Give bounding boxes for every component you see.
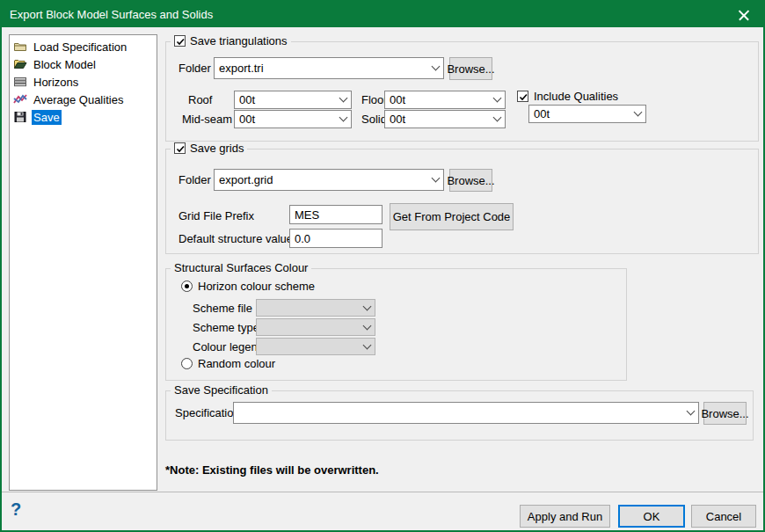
save-triangulations-group: Save triangulations Folder export.tri Br…	[165, 41, 759, 142]
include-qualities-checkbox[interactable]	[517, 91, 528, 102]
triangulation-folder-value: export.tri	[219, 62, 429, 75]
sidebar-item-save[interactable]: Save	[10, 108, 157, 126]
get-from-project-code-label: Get From Project Code	[393, 210, 511, 223]
sidebar-item-load-specification[interactable]: Load Specification	[10, 38, 157, 55]
dialog-body: Load Specification Block Model Horizons	[2, 27, 763, 530]
checkmark-icon	[175, 143, 186, 155]
floppy-disk-icon	[13, 110, 27, 124]
folder-closed-icon	[13, 40, 27, 54]
sidebar-item-block-model[interactable]: Block Model	[10, 55, 157, 73]
save-grids-header: Save grids	[171, 142, 247, 155]
roof-value: 00t	[239, 93, 337, 106]
chevron-down-icon	[634, 108, 643, 117]
footer-separator	[2, 492, 763, 492]
save-triangulations-checkbox[interactable]	[174, 35, 186, 47]
apply-and-run-label: Apply and Run	[528, 510, 602, 523]
cancel-button[interactable]: Cancel	[691, 505, 756, 528]
save-grids-group: Save grids Folder export.grid Browse... …	[165, 149, 759, 254]
cancel-label: Cancel	[706, 510, 741, 523]
save-specification-label: Save Specification	[174, 383, 268, 397]
random-colour-option[interactable]: Random colour	[181, 357, 275, 370]
structural-surfaces-colour-header: Structural Surfaces Colour	[171, 261, 311, 274]
close-button[interactable]	[725, 2, 763, 27]
default-structure-value: 0.0	[295, 232, 310, 245]
default-structure-value-input[interactable]: 0.0	[289, 229, 382, 248]
scheme-file-label: Scheme file	[193, 302, 252, 315]
scheme-type-combobox	[256, 318, 375, 336]
save-specification-group: Save Specification Specification file Br…	[165, 390, 754, 441]
chevron-down-icon	[339, 94, 348, 103]
triangulation-folder-combobox[interactable]: export.tri	[214, 57, 444, 79]
include-qualities-row: Include Qualities	[517, 90, 618, 103]
sidebar-item-horizons[interactable]: Horizons	[10, 73, 157, 91]
grid-folder-combobox[interactable]: export.grid	[214, 169, 444, 191]
structural-surfaces-colour-group: Structural Surfaces Colour Horizon colou…	[165, 268, 627, 381]
export-dialog: Export Block Model Surfaces and Solids L…	[0, 0, 765, 532]
grid-file-prefix-label: Grid File Prefix	[178, 209, 254, 222]
sidebar-item-label: Horizons	[32, 75, 80, 90]
grid-file-prefix-input[interactable]: MES	[289, 205, 382, 224]
browse-button-label: Browse...	[447, 62, 494, 76]
scheme-type-label: Scheme type	[193, 321, 259, 334]
save-grids-label: Save grids	[190, 142, 244, 155]
browse-button-label: Browse...	[447, 174, 494, 187]
solid-combobox[interactable]: 00t	[384, 110, 506, 128]
grid-browse-button[interactable]: Browse...	[449, 169, 492, 192]
solid-label: Solid	[361, 113, 387, 126]
horizon-colour-scheme-label: Horizon colour scheme	[198, 280, 315, 293]
colour-legend-combobox	[256, 338, 375, 355]
get-from-project-code-button[interactable]: Get From Project Code	[390, 203, 514, 230]
chevron-down-icon	[432, 174, 441, 183]
floor-combobox[interactable]: 00t	[384, 91, 506, 109]
folder-open-icon	[13, 57, 27, 71]
chevron-down-icon	[687, 407, 696, 416]
help-button[interactable]: ?	[11, 499, 21, 520]
random-colour-radio[interactable]	[181, 358, 193, 369]
chevron-down-icon	[339, 113, 348, 122]
save-grids-checkbox[interactable]	[174, 142, 186, 154]
overwrite-note: *Note: Existing files will be overwritte…	[165, 463, 379, 477]
specification-browse-button[interactable]: Browse...	[703, 402, 747, 425]
ok-button[interactable]: OK	[618, 505, 685, 528]
graph-icon	[13, 92, 27, 106]
sidebar-item-average-qualities[interactable]: Average Qualities	[10, 91, 157, 108]
step-sidebar: Load Specification Block Model Horizons	[9, 34, 157, 491]
structural-surfaces-colour-label: Structural Surfaces Colour	[174, 261, 308, 274]
folder-label: Folder	[178, 62, 211, 75]
include-qualities-value: 00t	[534, 107, 631, 120]
ok-label: OK	[644, 510, 660, 523]
scheme-file-combobox	[256, 299, 375, 317]
midseam-label: Mid-seam	[182, 113, 232, 126]
save-triangulations-header: Save triangulations	[171, 34, 291, 47]
chevron-down-icon	[363, 302, 372, 310]
include-qualities-combobox[interactable]: 00t	[528, 105, 646, 123]
roof-combobox[interactable]: 00t	[234, 91, 352, 109]
title-bar: Export Block Model Surfaces and Solids	[2, 2, 763, 27]
sidebar-item-label: Save	[32, 110, 62, 125]
random-colour-label: Random colour	[198, 357, 275, 370]
layers-icon	[13, 75, 27, 89]
save-specification-header: Save Specification	[171, 383, 272, 397]
close-icon	[738, 8, 751, 21]
browse-button-label: Browse...	[701, 407, 748, 420]
sidebar-item-label: Block Model	[32, 57, 98, 72]
window-title: Export Block Model Surfaces and Solids	[2, 8, 213, 21]
specification-file-combobox[interactable]	[233, 402, 699, 424]
triangulation-browse-button[interactable]: Browse...	[449, 57, 492, 80]
chevron-down-icon	[363, 340, 372, 349]
colour-legend-label: Colour legend	[193, 340, 264, 353]
sidebar-item-label: Average Qualities	[32, 92, 125, 107]
horizon-colour-scheme-option[interactable]: Horizon colour scheme	[181, 280, 315, 293]
save-triangulations-label: Save triangulations	[190, 34, 288, 47]
include-qualities-label: Include Qualities	[534, 90, 618, 103]
midseam-combobox[interactable]: 00t	[234, 110, 352, 128]
solid-value: 00t	[390, 113, 491, 126]
default-structure-value-label: Default structure value	[178, 232, 293, 245]
checkmark-icon	[175, 36, 186, 47]
grid-file-prefix-value: MES	[295, 208, 319, 222]
apply-and-run-button[interactable]: Apply and Run	[520, 505, 610, 528]
chevron-down-icon	[432, 62, 441, 71]
chevron-down-icon	[493, 113, 502, 122]
horizon-colour-scheme-radio[interactable]	[181, 281, 193, 292]
midseam-value: 00t	[239, 113, 337, 126]
